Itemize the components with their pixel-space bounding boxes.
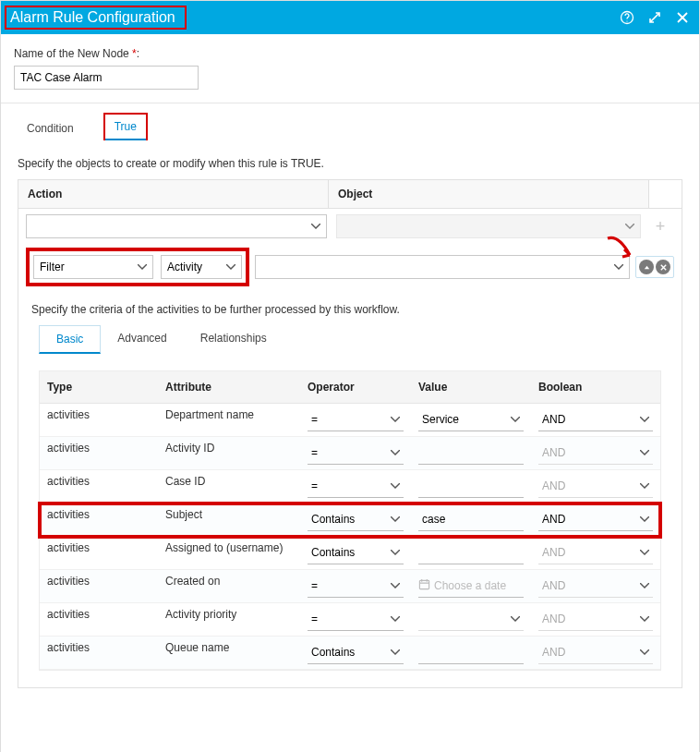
criteria-instruction: Specify the criteria of the activities t… — [18, 290, 682, 325]
col-attribute: Attribute — [158, 371, 300, 403]
value-input[interactable] — [418, 542, 524, 564]
col-operator: Operator — [300, 371, 411, 403]
arrow-annotation — [602, 235, 639, 266]
table-row: activitiesDepartment name=ServiceAND — [40, 404, 660, 437]
operator-select[interactable]: = — [308, 609, 404, 631]
value-input[interactable] — [418, 443, 524, 465]
col-type: Type — [40, 371, 158, 403]
table-row: activitiesActivity ID=AND — [40, 437, 660, 470]
cell-attribute: Case ID — [158, 470, 300, 503]
table-row: activitiesActivity priority=AND — [40, 603, 660, 637]
table-row: activitiesCreated on=Choose a dateAND — [40, 570, 660, 603]
value-select[interactable] — [418, 609, 524, 631]
subtab-advanced[interactable]: Advanced — [101, 325, 183, 354]
filter-activity-highlight: Filter Activity — [26, 248, 249, 286]
object-select — [336, 214, 641, 238]
cell-attribute: Queue name — [158, 637, 300, 669]
cell-type: activities — [40, 603, 158, 636]
titlebar: Alarm Rule Configuration — [1, 1, 699, 34]
cell-type: activities — [40, 470, 158, 503]
action-select[interactable] — [26, 214, 327, 238]
tab-condition[interactable]: Condition — [18, 116, 83, 140]
operator-select[interactable]: = — [308, 409, 404, 431]
table-row: activitiesSubjectContainsAND — [40, 503, 660, 537]
help-icon[interactable] — [620, 10, 634, 25]
boolean-select[interactable]: AND — [538, 642, 653, 664]
cell-attribute: Department name — [158, 404, 300, 436]
col-value: Value — [411, 371, 531, 403]
action-header: Action — [18, 180, 329, 208]
activity-select[interactable]: Activity — [161, 255, 242, 279]
cell-type: activities — [40, 404, 158, 436]
table-row: activitiesCase ID=AND — [40, 470, 660, 503]
subtab-relationships[interactable]: Relationships — [184, 325, 284, 354]
cell-attribute: Assigned to (username) — [158, 537, 300, 569]
value-input[interactable] — [418, 509, 524, 531]
close-icon[interactable] — [675, 10, 690, 25]
boolean-select[interactable]: AND — [538, 542, 653, 564]
subtab-basic[interactable]: Basic — [39, 325, 101, 354]
col-boolean: Boolean — [531, 371, 660, 403]
value-input[interactable] — [418, 476, 524, 498]
cell-type: activities — [40, 503, 158, 536]
object-header: Object — [329, 180, 648, 208]
tab-true[interactable]: True — [103, 113, 148, 140]
boolean-select[interactable]: AND — [538, 443, 653, 465]
add-row-icon[interactable]: + — [646, 217, 674, 237]
boolean-select[interactable]: AND — [538, 576, 653, 598]
boolean-select[interactable]: AND — [538, 409, 653, 431]
move-up-icon[interactable] — [639, 260, 654, 274]
filter-select[interactable]: Filter — [33, 255, 153, 279]
operator-select[interactable]: Contains — [308, 542, 404, 564]
cell-attribute: Activity priority — [158, 603, 300, 636]
title-highlight: Alarm Rule Configuration — [5, 6, 187, 30]
value-date-input[interactable]: Choose a date — [418, 576, 524, 598]
operator-select[interactable]: Contains — [308, 642, 404, 664]
expand-icon[interactable] — [647, 10, 662, 25]
node-name-input[interactable] — [14, 66, 199, 90]
delete-row-icon[interactable] — [656, 260, 670, 274]
cell-type: activities — [40, 537, 158, 569]
cell-type: activities — [40, 637, 158, 669]
table-row: activitiesQueue nameContainsAND — [40, 637, 660, 670]
boolean-select[interactable]: AND — [538, 509, 653, 531]
svg-rect-2 — [419, 580, 428, 588]
table-row: activitiesAssigned to (username)Contains… — [40, 537, 660, 570]
cell-attribute: Created on — [158, 570, 300, 602]
value-select[interactable]: Service — [418, 409, 524, 431]
cell-type: activities — [40, 437, 158, 469]
operator-select[interactable]: = — [308, 443, 404, 465]
boolean-select[interactable]: AND — [538, 609, 653, 631]
dialog-title: Alarm Rule Configuration — [10, 9, 175, 25]
cell-attribute: Activity ID — [158, 437, 300, 469]
svg-point-1 — [626, 20, 627, 21]
operator-select[interactable]: = — [308, 476, 404, 498]
operator-select[interactable]: = — [308, 576, 404, 598]
activity-extra-select[interactable] — [255, 255, 630, 279]
boolean-select[interactable]: AND — [538, 476, 653, 498]
true-instruction: Specify the objects to create or modify … — [18, 157, 686, 170]
calendar-icon — [418, 578, 430, 593]
cell-type: activities — [40, 570, 158, 602]
value-input[interactable] — [418, 642, 524, 664]
node-name-label: Name of the New Node — [14, 47, 129, 60]
cell-attribute: Subject — [158, 503, 300, 536]
operator-select[interactable]: Contains — [308, 509, 404, 531]
